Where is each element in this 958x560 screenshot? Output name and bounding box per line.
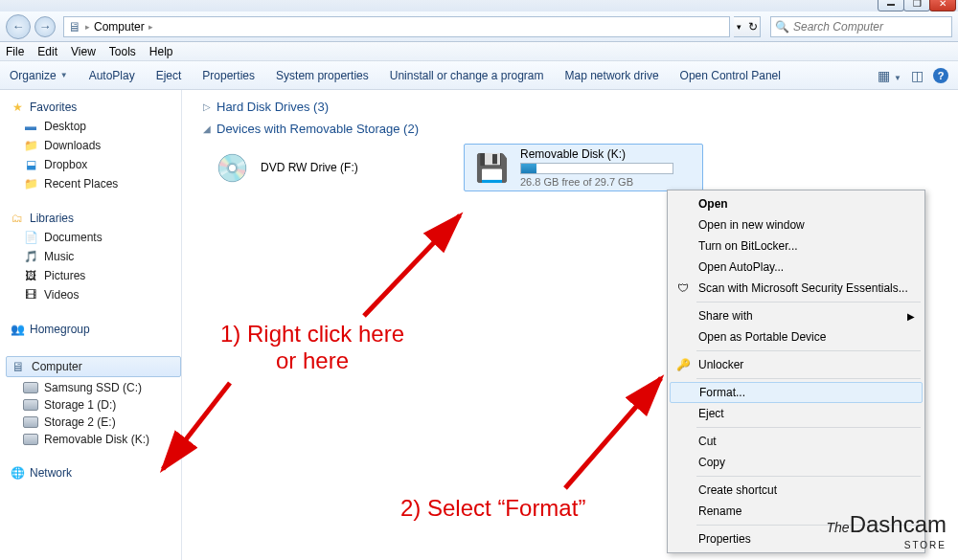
context-item[interactable]: Open in new window	[670, 214, 923, 235]
view-options-button[interactable]: ▦ ▼	[878, 68, 901, 83]
window-titlebar: ❐ ✕	[0, 0, 958, 11]
menu-bar: File Edit View Tools Help	[0, 42, 958, 61]
favorites-header[interactable]: ★Favorites	[10, 100, 181, 115]
drive-icon	[23, 382, 38, 393]
documents-icon: 📄	[23, 230, 38, 245]
context-item[interactable]: 🛡Scan with Microsoft Security Essentials…	[670, 278, 923, 299]
context-item[interactable]: Share with▶	[670, 305, 923, 326]
sidebar-item-music[interactable]: 🎵Music	[10, 247, 181, 266]
context-item[interactable]: Eject	[670, 403, 923, 424]
navigation-pane: ★Favorites ▬Desktop 📁Downloads ⬓Dropbox …	[0, 90, 182, 560]
search-input[interactable]	[793, 20, 947, 34]
context-menu: OpenOpen in new windowTurn on BitLocker.…	[667, 190, 925, 553]
drive-tile-removable[interactable]: 💾 Removable Disk (K:) 26.8 GB free of 29…	[464, 144, 703, 191]
sidebar-item-pictures[interactable]: 🖼Pictures	[10, 266, 181, 285]
pictures-icon: 🖼	[23, 268, 38, 283]
videos-icon: 🎞	[23, 287, 38, 302]
context-item[interactable]: Turn on BitLocker...	[670, 235, 923, 257]
homegroup-icon: 👥	[10, 322, 25, 337]
nav-bar: ← → 🖥 ▸ Computer ▸ ▾↻ 🔍	[0, 11, 958, 42]
context-item[interactable]: Cut	[670, 431, 923, 452]
libraries-header[interactable]: 🗂Libraries	[10, 211, 181, 226]
category-hdd[interactable]: ▷Hard Disk Drives (3)	[203, 100, 945, 114]
storage-bar	[520, 163, 673, 174]
preview-pane-button[interactable]: ◫	[911, 68, 924, 83]
dvd-drive-icon: 💿	[213, 149, 251, 186]
address-dropdown[interactable]: ▾↻	[734, 16, 761, 37]
sidebar-item-drive-c[interactable]: Samsung SSD (C:)	[10, 379, 181, 396]
menu-file[interactable]: File	[6, 45, 24, 58]
close-button[interactable]: ✕	[929, 0, 956, 11]
context-item[interactable]: 🔑Unlocker	[670, 354, 923, 375]
search-box[interactable]: 🔍	[770, 16, 952, 37]
help-button[interactable]: ?	[933, 68, 948, 83]
desktop-icon: ▬	[23, 119, 38, 134]
folder-icon: 📁	[23, 176, 38, 191]
sidebar-item-dropbox[interactable]: ⬓Dropbox	[10, 155, 181, 174]
category-removable[interactable]: ◢Devices with Removable Storage (2)	[203, 122, 945, 136]
collapse-icon: ◢	[203, 123, 211, 134]
address-bar[interactable]: 🖥 ▸ Computer ▸	[63, 16, 730, 37]
sidebar-item-videos[interactable]: 🎞Videos	[10, 285, 181, 304]
drive-label: DVD RW Drive (F:)	[261, 161, 358, 174]
removable-drive-icon: 💾	[472, 149, 511, 186]
sidebar-item-drive-d[interactable]: Storage 1 (D:)	[10, 396, 181, 414]
menu-tools[interactable]: Tools	[109, 45, 136, 58]
collapse-icon: ▷	[203, 101, 211, 112]
properties-button[interactable]: Properties	[202, 69, 255, 82]
homegroup-header[interactable]: 👥Homegroup	[10, 322, 181, 337]
sidebar-item-drive-e[interactable]: Storage 2 (E:)	[10, 414, 181, 431]
network-icon: 🌐	[10, 465, 25, 481]
sidebar-item-desktop[interactable]: ▬Desktop	[10, 117, 181, 136]
sidebar-item-drive-k[interactable]: Removable Disk (K:)	[10, 431, 181, 448]
drive-label: Removable Disk (K:)	[520, 147, 673, 161]
search-icon: 🔍	[775, 20, 789, 34]
context-item[interactable]: Open AutoPlay...	[670, 257, 923, 278]
menu-view[interactable]: View	[71, 45, 96, 58]
menu-edit[interactable]: Edit	[37, 45, 57, 58]
map-drive-button[interactable]: Map network drive	[565, 69, 659, 82]
address-segment[interactable]: Computer	[94, 20, 145, 34]
forward-button[interactable]: →	[34, 16, 56, 37]
dropbox-icon: ⬓	[23, 157, 38, 172]
context-item[interactable]: Format...	[670, 382, 923, 403]
uninstall-button[interactable]: Uninstall or change a program	[390, 69, 544, 82]
sidebar-item-recent[interactable]: 📁Recent Places	[10, 174, 181, 193]
eject-button[interactable]: Eject	[156, 69, 182, 82]
minimize-button[interactable]	[878, 0, 904, 11]
watermark-logo: TheDashcam STORE	[827, 511, 947, 552]
drive-icon	[23, 416, 38, 428]
drive-icon	[23, 434, 38, 445]
star-icon: ★	[10, 100, 25, 115]
menu-help[interactable]: Help	[149, 45, 173, 58]
drive-freespace: 26.8 GB free of 29.7 GB	[520, 176, 673, 188]
autoplay-button[interactable]: AutoPlay	[89, 69, 135, 82]
context-item[interactable]: Open as Portable Device	[670, 326, 923, 347]
drive-tile-dvd[interactable]: 💿 DVD RW Drive (F:)	[205, 144, 445, 191]
computer-header[interactable]: 🖥Computer	[6, 356, 181, 377]
computer-icon: 🖥	[68, 19, 81, 34]
context-item[interactable]: Create shortcut	[670, 480, 923, 501]
libraries-icon: 🗂	[10, 211, 25, 226]
sidebar-item-documents[interactable]: 📄Documents	[10, 228, 181, 247]
context-item[interactable]: Copy	[670, 452, 923, 473]
chevron-right-icon: ▸	[85, 22, 90, 32]
music-icon: 🎵	[23, 249, 38, 264]
restore-button[interactable]: ❐	[903, 0, 930, 11]
folder-icon: 📁	[23, 138, 38, 153]
computer-icon: 🖥	[11, 359, 26, 374]
network-header[interactable]: 🌐Network	[10, 465, 181, 481]
context-item[interactable]: Open	[670, 193, 923, 214]
control-panel-button[interactable]: Open Control Panel	[680, 69, 781, 82]
drive-icon	[23, 399, 38, 411]
chevron-right-icon: ▸	[148, 22, 153, 32]
back-button[interactable]: ←	[6, 14, 31, 39]
sidebar-item-downloads[interactable]: 📁Downloads	[10, 136, 181, 155]
system-properties-button[interactable]: System properties	[276, 69, 369, 82]
command-bar: Organize ▼ AutoPlay Eject Properties Sys…	[0, 61, 958, 90]
organize-button[interactable]: Organize ▼	[10, 69, 68, 82]
